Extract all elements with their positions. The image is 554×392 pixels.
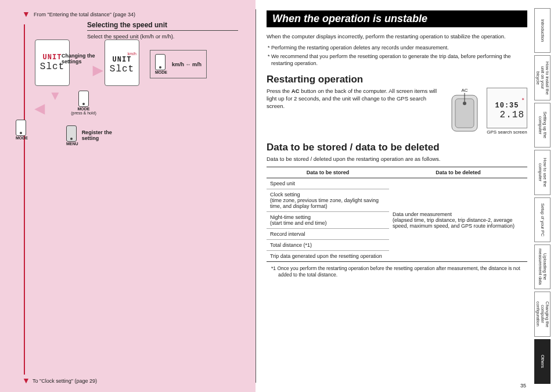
svg-point-2 [463,102,466,105]
speed-toggle-box: MODE km/h ↔ m/h [150,50,207,78]
mode-label: MODE [66,107,101,111]
gps-caption: GPS search screen [487,130,527,135]
changing-settings-label: Changing the settings [62,53,96,65]
ac-label: AC [448,88,481,93]
data-stored-heading: Data to be stored / data to be deleted [267,142,527,153]
lcd-select-text: Slct [110,64,134,74]
stored-cell: Speed unit [267,178,389,189]
restart-instructions: Press the AC button on the back of the c… [267,88,443,110]
arrow-down-icon: ▼ [22,9,30,19]
lcd-unit-text: UNIT [113,56,132,64]
lcd-unit-text: UNIT [43,53,62,62]
press-hold-hint: (press & hold) [66,111,101,115]
right-content-panel: When the operation is unstable When the … [256,0,534,392]
tab-setup-pc[interactable]: Setup of your PC [534,197,551,242]
gps-time: 10:35 [495,102,519,110]
speed-unit-desc: Select the speed unit (km/h or m/h). [87,33,238,39]
unstable-heading: When the operation is unstable [267,10,527,27]
device-icon [16,120,26,136]
tab-change-config[interactable]: Changing the computer configuration [534,292,551,336]
stored-cell: Trip data generated upon the resetting o… [267,251,389,262]
data-stored-sub: Data to be stored / deleted upon the res… [267,156,527,163]
flow-diagram: MODE UNIT Slct MODE (press & hold) ▼ ◀ ▶… [17,44,245,195]
register-setting-label: Register the setting [82,130,123,142]
intro-text: When the computer displays incorrectly, … [267,33,527,41]
col-stored-header: Data to be stored [267,167,389,178]
lcd-unit-select-2: km/h UNIT Slct [105,39,139,86]
tab-setup-computer[interactable]: Setting up the computer [534,103,551,148]
tab-introduction[interactable]: Introduction [534,8,551,53]
menu-label: MENU [66,142,78,146]
page-number: 35 [520,383,526,389]
tab-others[interactable]: Others [534,339,551,384]
arrow-right-icon: ▶ [93,63,103,78]
mode-label: MODE [16,136,28,140]
tab-upload[interactable]: Uploading the measurement data [534,244,551,289]
tab-use-computer[interactable]: How to use the computer [534,150,551,195]
stored-cell: Clock setting (time zone, previous time … [267,189,389,212]
device-icon [66,125,77,142]
speed-toggle-label: km/h ↔ m/h [172,62,202,67]
to-reference: To "Clock setting" (page 29) [33,378,97,384]
mode-label: MODE [155,70,167,74]
stored-cell: Night-time setting (start time and end t… [267,212,389,229]
note-1: * Performing the restarting operation de… [271,44,527,51]
stored-cell: Total distance (*1) [267,240,389,251]
speed-unit-heading: Selecting the speed unit [87,21,238,31]
restarting-heading: Restarting operation [267,74,527,85]
device-icon [155,54,166,70]
arrow-left-icon: ◀ [35,101,45,116]
lcd-select-text: Slct [40,62,64,72]
arrow-down-icon: ▼ [22,376,30,385]
note-2: * We recommend that you perform the rese… [271,53,527,67]
left-settings-panel: ▼ From "Entering the total distance" (pa… [0,0,256,392]
col-deleted-header: Data to be deleted [389,167,527,178]
gps-distance: 2.18 [500,110,527,120]
device-back-figure: AC [448,88,481,135]
gps-search-screen: ✶ 10:35 2.18 [487,88,527,128]
from-reference: From "Entering the total distance" (page… [34,12,245,17]
data-table: Data to be stored Data to be deleted Spe… [267,167,527,262]
tab-install[interactable]: How to install the unit on your bicycle [534,55,551,100]
stored-cell: Record interval [267,229,389,240]
arrow-down-icon: ▼ [49,88,62,103]
footnote: *1 Once you perform the restarting opera… [267,265,527,278]
device-icon [78,91,89,107]
side-nav-tabs: Introduction How to install the unit on … [534,8,551,384]
device-back-icon [448,93,481,134]
deleted-cell: Data under measurement (elapsed time, tr… [389,178,527,262]
